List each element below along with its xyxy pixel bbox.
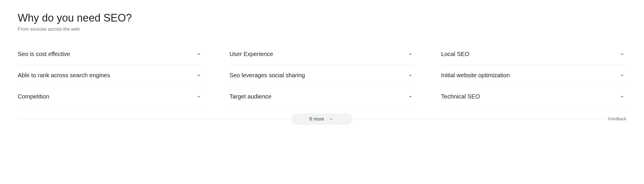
reason-label: Local SEO [441, 51, 469, 58]
reason-item[interactable]: Target audience [230, 86, 415, 107]
show-more-button[interactable]: 9 more [292, 114, 352, 125]
reason-item[interactable]: User Experience [230, 44, 415, 65]
section-heading: Why do you need SEO? [18, 12, 626, 24]
section-subheading: From sources across the web [18, 27, 626, 32]
reason-label: Target audience [230, 93, 271, 100]
reason-item[interactable]: Technical SEO [441, 86, 626, 107]
chevron-down-icon [619, 73, 625, 78]
chevron-down-icon [407, 51, 413, 57]
reason-label: Initial website optimization [441, 72, 510, 79]
show-more-label: 9 more [309, 116, 324, 122]
reason-label: Seo leverages social sharing [230, 72, 305, 79]
chevron-down-icon [407, 94, 413, 100]
reason-label: Technical SEO [441, 93, 480, 100]
reason-item[interactable]: Competition [18, 86, 203, 107]
feedback-link[interactable]: Feedback [608, 116, 626, 121]
chevron-down-icon [196, 73, 202, 78]
reason-label: Competition [18, 93, 49, 100]
chevron-down-icon [196, 94, 202, 100]
chevron-down-icon [619, 51, 625, 57]
reason-item[interactable]: Seo leverages social sharing [230, 65, 415, 86]
section-footer: 9 more Feedback [18, 119, 626, 131]
chevron-down-icon [619, 94, 625, 100]
reason-item[interactable]: Seo is cost effective [18, 44, 203, 65]
reason-item[interactable]: Able to rank across search engines [18, 65, 203, 86]
reason-label: Able to rank across search engines [18, 72, 110, 79]
reason-item[interactable]: Initial website optimization [441, 65, 626, 86]
chevron-down-icon [196, 51, 202, 57]
reason-item[interactable]: Local SEO [441, 44, 626, 65]
reason-label: User Experience [230, 51, 273, 58]
reason-label: Seo is cost effective [18, 51, 70, 58]
chevron-down-icon [329, 117, 334, 121]
reasons-grid: Seo is cost effective User Experience Lo… [18, 44, 626, 107]
chevron-down-icon [407, 73, 413, 78]
